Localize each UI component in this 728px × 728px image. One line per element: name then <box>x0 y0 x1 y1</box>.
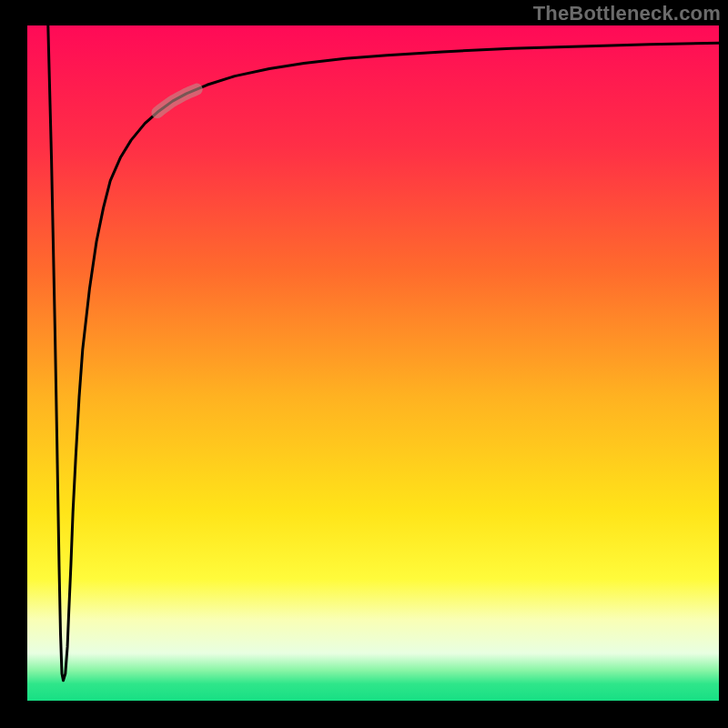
chart-stage: TheBottleneck.com <box>0 0 728 728</box>
plot-gradient-background <box>27 25 719 701</box>
bottleneck-curve-chart <box>0 0 728 728</box>
watermark-text: TheBottleneck.com <box>533 2 721 25</box>
frame-left <box>0 0 27 728</box>
frame-right <box>719 0 728 728</box>
frame-bottom <box>0 701 728 728</box>
